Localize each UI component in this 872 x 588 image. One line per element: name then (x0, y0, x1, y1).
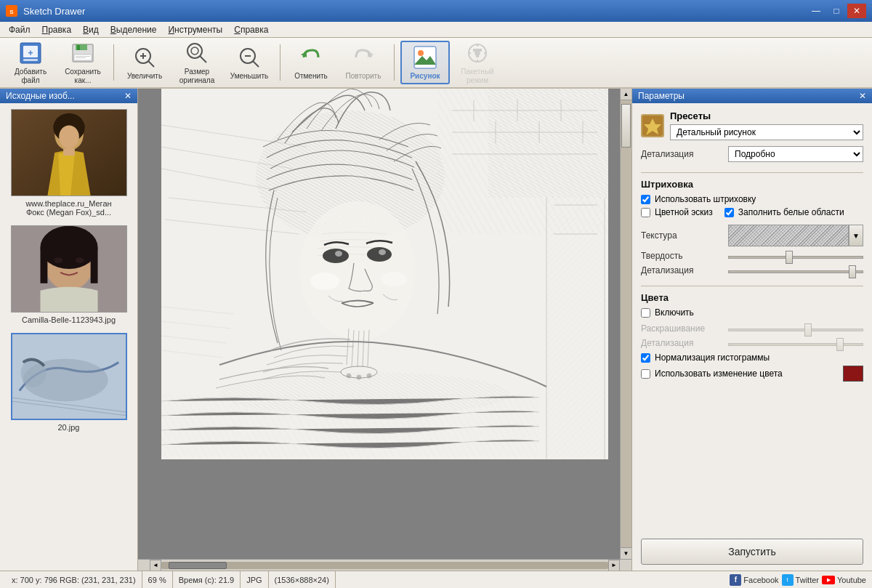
color-sketch-checkbox[interactable] (641, 208, 650, 217)
svg-point-47 (75, 257, 84, 263)
thumbnail-3 (11, 333, 127, 420)
hatching-detail-label: Детализация (641, 265, 728, 275)
presets-select[interactable]: Детальный рисунок Простой рисунок Художе… (670, 124, 863, 140)
detail-level-label: Детализация (641, 149, 728, 159)
minimize-button[interactable]: — (807, 4, 825, 18)
sketch-preview (161, 89, 608, 459)
youtube-link[interactable]: ▶ Youtube (822, 576, 866, 584)
use-hatching-checkbox[interactable] (641, 195, 650, 204)
sep3 (394, 44, 395, 81)
canvas-content (138, 89, 631, 559)
presets-section: Пресеты Детальный рисунок Простой рисуно… (641, 110, 863, 162)
enable-color-checkbox[interactable] (641, 308, 650, 318)
hardness-row: Твердость (641, 251, 863, 261)
dimensions-text: (1536×888×24) (275, 576, 329, 584)
svg-point-100 (310, 273, 339, 290)
coordinates-text: x: 700 y: 796 RGB: (231, 231, 231) (12, 576, 136, 584)
svg-point-82 (335, 251, 342, 257)
youtube-label: Youtube (837, 576, 866, 584)
texture-dropdown-arrow[interactable]: ▼ (849, 225, 863, 246)
undo-button[interactable]: Отменить (286, 41, 336, 84)
status-dimensions: (1536×888×24) (269, 571, 336, 588)
picture-button[interactable]: Рисунок (400, 41, 450, 84)
redo-button[interactable]: Повторить (339, 41, 388, 84)
save-as-button[interactable]: Сохранитькак... (58, 41, 108, 84)
time-text: Время (с): 21.9 (179, 576, 235, 584)
svg-line-13 (148, 61, 154, 67)
twitter-label: Twitter (796, 576, 819, 584)
left-panel-close[interactable]: ✕ (124, 91, 132, 101)
texture-control: ▼ (728, 225, 863, 246)
svg-point-25 (418, 50, 424, 56)
color-change-checkbox[interactable] (641, 369, 650, 379)
zoom-in-label: Увеличить (127, 72, 162, 81)
scroll-right-arrow[interactable]: ► (608, 560, 620, 571)
color-swatch[interactable] (843, 366, 863, 382)
svg-rect-45 (90, 247, 97, 283)
run-button[interactable]: Запустить (641, 539, 863, 565)
zoom-in-button[interactable]: Увеличить (120, 41, 169, 84)
svg-line-20 (253, 61, 259, 67)
hardness-slider[interactable] (728, 256, 863, 259)
menu-help[interactable]: Справка (228, 23, 274, 36)
svg-rect-68 (546, 198, 605, 459)
hardness-label: Твердость (641, 251, 728, 261)
twitter-link[interactable]: t Twitter (782, 574, 819, 586)
add-file-button[interactable]: + Добавитьфайл (6, 41, 55, 84)
menu-view[interactable]: Вид (77, 23, 105, 36)
zoom-orig-label: Размероригинала (179, 68, 214, 85)
color-detail-control (728, 338, 863, 348)
maximize-button[interactable]: □ (827, 4, 846, 18)
youtube-icon: ▶ (822, 576, 835, 584)
svg-rect-5 (23, 59, 38, 61)
batch-button[interactable]: Пакетныйрежим (453, 41, 502, 84)
facebook-link[interactable]: f Facebook (730, 574, 778, 586)
right-panel-title: Параметры (638, 91, 685, 101)
zoom-out-button[interactable]: Уменьшить (225, 41, 274, 84)
preset-row: Пресеты Детальный рисунок Простой рисуно… (641, 110, 863, 140)
right-panel-header: Параметры ✕ (632, 89, 872, 103)
normalize-checkbox[interactable] (641, 353, 650, 363)
right-panel: Параметры ✕ Пресеты (632, 89, 872, 571)
menu-file[interactable]: Файл (3, 23, 36, 36)
main-area: Исходные изоб... ✕ (0, 89, 872, 571)
list-item[interactable]: Camilla-Belle-1123943.jpg (6, 225, 132, 324)
svg-point-80 (323, 249, 349, 263)
app-icon: S (6, 5, 17, 17)
image-label-1: www.theplace.ru_МеганФокс (Megan Fox)_sd… (25, 199, 111, 217)
hatching-detail-slider[interactable] (728, 270, 863, 273)
scrollbar-horizontal[interactable]: ◄ ► (138, 559, 631, 571)
menu-select[interactable]: Выделение (105, 23, 163, 36)
right-panel-close[interactable]: ✕ (859, 91, 866, 101)
scroll-thumb-h[interactable] (169, 562, 227, 569)
scroll-left-arrow[interactable]: ◄ (150, 560, 161, 571)
redo-label: Повторить (346, 72, 382, 81)
batch-icon (464, 40, 490, 66)
hardness-control (728, 251, 863, 261)
menu-edit[interactable]: Правка (36, 23, 78, 36)
close-button[interactable]: ✕ (847, 4, 866, 18)
svg-point-83 (379, 249, 386, 255)
list-item[interactable]: www.theplace.ru_МеганФокс (Megan Fox)_sd… (6, 109, 132, 217)
left-panel-header: Исходные изоб... ✕ (0, 89, 137, 103)
color-detail-slider (728, 343, 863, 346)
zoom-orig-button[interactable]: Размероригинала (172, 41, 222, 84)
facebook-label: Facebook (743, 576, 778, 584)
thumbnail-2 (11, 225, 127, 313)
svg-text:S: S (9, 9, 14, 15)
fill-white-checkbox[interactable] (724, 208, 734, 217)
color-detail-row: Детализация (641, 338, 863, 348)
fill-white-label: Заполнить белые области (738, 207, 844, 217)
left-panel: Исходные изоб... ✕ (0, 89, 138, 571)
detail-level-select[interactable]: Подробно Средне Грубо (728, 146, 863, 162)
color-change-label: Использовать изменение цвета (655, 368, 783, 379)
left-panel-content: www.theplace.ru_МеганФокс (Megan Fox)_sd… (0, 103, 137, 571)
list-item[interactable]: 20.jpg (6, 333, 132, 432)
status-format: JPG (241, 571, 268, 588)
redo-icon (350, 44, 376, 71)
canvas-scroll[interactable]: ▲ ▼ (138, 89, 631, 559)
menu-tools[interactable]: Инструменты (162, 23, 228, 36)
texture-preview[interactable] (728, 225, 849, 246)
batch-label: Пакетныйрежим (461, 68, 493, 85)
color-change-row: Использовать изменение цвета (641, 366, 863, 382)
